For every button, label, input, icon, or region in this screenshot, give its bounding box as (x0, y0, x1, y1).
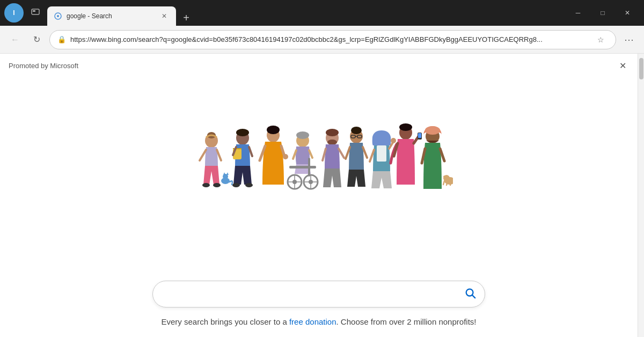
address-bar: ← ↻ 🔒 https://www.bing.com/search?q=goog… (0, 26, 644, 54)
illustration-area (0, 75, 638, 275)
close-promotion-button[interactable]: ✕ (616, 59, 629, 72)
svg-point-49 (425, 126, 440, 135)
svg-point-13 (236, 129, 249, 136)
svg-point-43 (391, 138, 396, 143)
people-illustration (185, 120, 453, 233)
svg-point-6 (202, 183, 210, 187)
svg-point-3 (57, 15, 59, 17)
page: Promoted by Microsoft ✕ (0, 54, 638, 337)
svg-rect-23 (289, 166, 316, 169)
close-button[interactable]: ✕ (615, 3, 640, 23)
tab-title: google - Search (67, 12, 155, 20)
search-submit-button[interactable] (464, 287, 476, 302)
back-button[interactable]: ← (6, 31, 24, 48)
browser-content: Promoted by Microsoft ✕ (0, 54, 638, 337)
scrollbar-track[interactable] (638, 54, 644, 337)
svg-rect-42 (377, 145, 386, 162)
svg-point-7 (213, 183, 221, 187)
svg-point-35 (327, 140, 337, 145)
scrollbar-thumb[interactable] (639, 58, 643, 79)
svg-point-16 (232, 183, 240, 187)
new-tab-button-icon (28, 5, 43, 20)
search-input[interactable] (162, 289, 464, 299)
svg-point-19 (267, 126, 280, 134)
close-promo-icon: ✕ (619, 61, 626, 71)
tab-favicon-icon (54, 12, 62, 20)
tab-close-button[interactable]: ✕ (159, 11, 170, 21)
profile-button[interactable]: I (4, 3, 24, 23)
favorites-button[interactable]: ☆ (593, 32, 608, 47)
svg-rect-1 (33, 10, 35, 12)
favorites-icon: ☆ (597, 35, 604, 44)
svg-rect-24 (308, 158, 310, 177)
svg-marker-11 (226, 172, 229, 175)
search-box[interactable] (152, 281, 485, 307)
tagline-link[interactable]: free donation (289, 317, 336, 326)
svg-point-22 (296, 131, 309, 139)
tagline: Every search brings you closer to a free… (162, 317, 477, 326)
svg-point-20 (283, 154, 288, 159)
minimize-button[interactable]: ─ (566, 3, 590, 23)
tagline-after: . Choose from over 2 million nonprofits! (336, 317, 477, 326)
svg-rect-47 (418, 133, 421, 138)
address-actions: ☆ (593, 32, 608, 47)
svg-point-37 (351, 127, 362, 134)
svg-line-53 (443, 181, 444, 185)
url-display: https://www.bing.com/search?q=google&cvi… (70, 35, 589, 43)
svg-marker-10 (223, 172, 225, 175)
svg-line-58 (472, 295, 475, 298)
svg-point-52 (443, 175, 447, 178)
profile-label: I (13, 9, 14, 17)
refresh-button[interactable]: ↻ (28, 31, 45, 48)
svg-point-45 (399, 123, 412, 131)
more-icon: ⋯ (624, 34, 634, 46)
lock-icon: 🔒 (57, 35, 66, 43)
search-area: Every search brings you closer to a free… (0, 275, 638, 337)
svg-rect-0 (32, 9, 39, 14)
svg-point-17 (245, 183, 253, 187)
more-options-button[interactable]: ⋯ (620, 31, 638, 48)
tagline-before: Every search brings you closer to a (162, 317, 289, 326)
promoted-text: Promoted by Microsoft (9, 62, 78, 70)
add-tab-button[interactable]: + (178, 10, 194, 26)
active-tab[interactable]: google - Search ✕ (47, 6, 176, 26)
browser-content-wrap: Promoted by Microsoft ✕ (0, 54, 644, 337)
refresh-icon: ↻ (33, 34, 40, 45)
address-input-wrap[interactable]: 🔒 https://www.bing.com/search?q=google&c… (49, 30, 616, 49)
svg-line-55 (450, 181, 451, 185)
search-icon (464, 287, 476, 302)
svg-point-34 (326, 129, 339, 136)
promoted-bar: Promoted by Microsoft ✕ (0, 54, 638, 75)
titlebar: I google - Search ✕ + ─ □ ✕ (0, 0, 644, 26)
tab-strip: google - Search ✕ + (47, 0, 561, 26)
window-controls: ─ □ ✕ (566, 3, 640, 23)
back-icon: ← (11, 35, 19, 45)
maximize-button[interactable]: □ (590, 3, 615, 23)
